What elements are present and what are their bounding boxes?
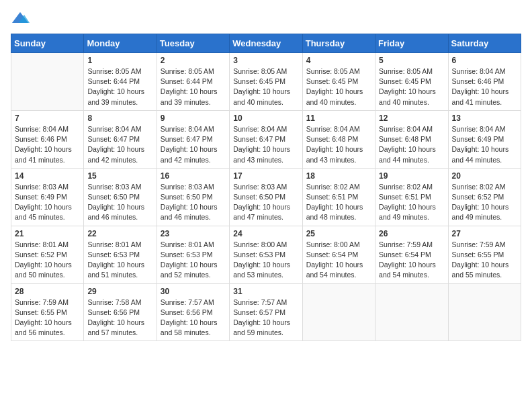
day-number: 30	[161, 287, 226, 296]
day-info: Sunrise: 8:04 AMSunset: 6:48 PMDaylight:…	[379, 124, 444, 165]
page-header	[11, 11, 521, 26]
calendar-cell: 11Sunrise: 8:04 AMSunset: 6:48 PMDayligh…	[302, 110, 375, 168]
day-info: Sunrise: 8:03 AMSunset: 6:49 PMDaylight:…	[15, 182, 80, 223]
calendar-cell: 8Sunrise: 8:04 AMSunset: 6:47 PMDaylight…	[84, 110, 157, 168]
day-info: Sunrise: 7:59 AMSunset: 6:55 PMDaylight:…	[15, 298, 80, 338]
day-info: Sunrise: 8:04 AMSunset: 6:47 PMDaylight:…	[87, 124, 152, 165]
calendar-cell: 4Sunrise: 8:05 AMSunset: 6:45 PMDaylight…	[302, 53, 375, 111]
day-info: Sunrise: 8:00 AMSunset: 6:54 PMDaylight:…	[306, 240, 371, 281]
calendar-week-2: 7Sunrise: 8:04 AMSunset: 6:46 PMDaylight…	[11, 110, 521, 168]
day-info: Sunrise: 8:05 AMSunset: 6:45 PMDaylight:…	[306, 66, 371, 107]
calendar-cell	[11, 53, 84, 111]
day-info: Sunrise: 7:58 AMSunset: 6:56 PMDaylight:…	[87, 298, 152, 338]
day-info: Sunrise: 8:05 AMSunset: 6:45 PMDaylight:…	[233, 66, 298, 107]
day-info: Sunrise: 8:04 AMSunset: 6:47 PMDaylight:…	[161, 124, 226, 165]
day-number: 6	[452, 56, 517, 65]
day-number: 25	[306, 229, 371, 238]
day-number: 14	[15, 171, 80, 181]
day-info: Sunrise: 8:02 AMSunset: 6:51 PMDaylight:…	[379, 182, 444, 223]
calendar-cell: 15Sunrise: 8:03 AMSunset: 6:50 PMDayligh…	[84, 168, 157, 226]
logo	[11, 11, 32, 26]
day-info: Sunrise: 7:59 AMSunset: 6:54 PMDaylight:…	[379, 240, 444, 281]
day-info: Sunrise: 8:03 AMSunset: 6:50 PMDaylight:…	[233, 182, 298, 223]
calendar-cell: 25Sunrise: 8:00 AMSunset: 6:54 PMDayligh…	[302, 226, 375, 283]
calendar-cell	[302, 283, 375, 341]
day-number: 12	[379, 113, 444, 123]
day-info: Sunrise: 8:01 AMSunset: 6:53 PMDaylight:…	[161, 240, 226, 281]
day-info: Sunrise: 8:01 AMSunset: 6:53 PMDaylight:…	[87, 240, 152, 281]
day-number: 2	[161, 56, 226, 65]
calendar-cell: 13Sunrise: 8:04 AMSunset: 6:49 PMDayligh…	[448, 110, 521, 168]
day-info: Sunrise: 8:05 AMSunset: 6:44 PMDaylight:…	[161, 66, 226, 107]
calendar-cell: 5Sunrise: 8:05 AMSunset: 6:45 PMDaylight…	[375, 53, 448, 111]
calendar-cell: 19Sunrise: 8:02 AMSunset: 6:51 PMDayligh…	[375, 168, 448, 226]
calendar-cell: 20Sunrise: 8:02 AMSunset: 6:52 PMDayligh…	[448, 168, 521, 226]
weekday-header-tuesday: Tuesday	[157, 34, 229, 53]
calendar-cell: 12Sunrise: 8:04 AMSunset: 6:48 PMDayligh…	[375, 110, 448, 168]
calendar-cell: 30Sunrise: 7:57 AMSunset: 6:56 PMDayligh…	[157, 283, 229, 341]
calendar-cell: 27Sunrise: 7:59 AMSunset: 6:55 PMDayligh…	[448, 226, 521, 283]
day-info: Sunrise: 8:04 AMSunset: 6:48 PMDaylight:…	[306, 124, 371, 165]
calendar-cell: 10Sunrise: 8:04 AMSunset: 6:47 PMDayligh…	[230, 110, 302, 168]
calendar-table: SundayMondayTuesdayWednesdayThursdayFrid…	[11, 34, 521, 341]
day-info: Sunrise: 8:04 AMSunset: 6:46 PMDaylight:…	[15, 124, 80, 165]
day-number: 1	[87, 56, 152, 65]
weekday-header-thursday: Thursday	[302, 34, 375, 53]
day-number: 10	[233, 113, 298, 123]
calendar-cell: 7Sunrise: 8:04 AMSunset: 6:46 PMDaylight…	[11, 110, 84, 168]
day-info: Sunrise: 7:57 AMSunset: 6:57 PMDaylight:…	[233, 298, 298, 338]
logo-icon	[11, 11, 30, 26]
day-info: Sunrise: 8:03 AMSunset: 6:50 PMDaylight:…	[87, 182, 152, 223]
day-number: 22	[87, 229, 152, 238]
calendar-cell	[448, 283, 521, 341]
day-info: Sunrise: 8:01 AMSunset: 6:52 PMDaylight:…	[15, 240, 80, 281]
day-number: 5	[379, 56, 444, 65]
day-info: Sunrise: 8:05 AMSunset: 6:45 PMDaylight:…	[379, 66, 444, 107]
day-info: Sunrise: 8:00 AMSunset: 6:53 PMDaylight:…	[233, 240, 298, 281]
day-number: 9	[161, 113, 226, 123]
day-number: 16	[161, 171, 226, 181]
weekday-header-wednesday: Wednesday	[230, 34, 302, 53]
calendar-cell: 14Sunrise: 8:03 AMSunset: 6:49 PMDayligh…	[11, 168, 84, 226]
calendar-cell: 1Sunrise: 8:05 AMSunset: 6:44 PMDaylight…	[84, 53, 157, 111]
day-info: Sunrise: 7:57 AMSunset: 6:56 PMDaylight:…	[161, 298, 226, 338]
day-info: Sunrise: 8:04 AMSunset: 6:49 PMDaylight:…	[452, 124, 517, 165]
calendar-cell: 26Sunrise: 7:59 AMSunset: 6:54 PMDayligh…	[375, 226, 448, 283]
day-number: 4	[306, 56, 371, 65]
day-info: Sunrise: 8:04 AMSunset: 6:47 PMDaylight:…	[233, 124, 298, 165]
weekday-header-sunday: Sunday	[11, 34, 84, 53]
day-number: 24	[233, 229, 298, 238]
day-info: Sunrise: 7:59 AMSunset: 6:55 PMDaylight:…	[452, 240, 517, 281]
day-number: 11	[306, 113, 371, 123]
calendar-cell: 6Sunrise: 8:04 AMSunset: 6:46 PMDaylight…	[448, 53, 521, 111]
day-info: Sunrise: 8:03 AMSunset: 6:50 PMDaylight:…	[161, 182, 226, 223]
calendar-cell: 21Sunrise: 8:01 AMSunset: 6:52 PMDayligh…	[11, 226, 84, 283]
calendar-cell: 31Sunrise: 7:57 AMSunset: 6:57 PMDayligh…	[230, 283, 302, 341]
calendar-cell: 3Sunrise: 8:05 AMSunset: 6:45 PMDaylight…	[230, 53, 302, 111]
day-number: 15	[87, 171, 152, 181]
calendar-cell: 23Sunrise: 8:01 AMSunset: 6:53 PMDayligh…	[157, 226, 229, 283]
calendar-week-3: 14Sunrise: 8:03 AMSunset: 6:49 PMDayligh…	[11, 168, 521, 226]
day-info: Sunrise: 8:04 AMSunset: 6:46 PMDaylight:…	[452, 66, 517, 107]
day-info: Sunrise: 8:05 AMSunset: 6:44 PMDaylight:…	[87, 66, 152, 107]
day-number: 7	[15, 113, 80, 123]
calendar-cell: 2Sunrise: 8:05 AMSunset: 6:44 PMDaylight…	[157, 53, 229, 111]
calendar-cell: 22Sunrise: 8:01 AMSunset: 6:53 PMDayligh…	[84, 226, 157, 283]
calendar-cell: 9Sunrise: 8:04 AMSunset: 6:47 PMDaylight…	[157, 110, 229, 168]
day-number: 23	[161, 229, 226, 238]
day-number: 28	[15, 287, 80, 296]
calendar-week-1: 1Sunrise: 8:05 AMSunset: 6:44 PMDaylight…	[11, 53, 521, 111]
calendar-week-4: 21Sunrise: 8:01 AMSunset: 6:52 PMDayligh…	[11, 226, 521, 283]
day-number: 13	[452, 113, 517, 123]
calendar-cell: 28Sunrise: 7:59 AMSunset: 6:55 PMDayligh…	[11, 283, 84, 341]
day-info: Sunrise: 8:02 AMSunset: 6:51 PMDaylight:…	[306, 182, 371, 223]
calendar-cell: 24Sunrise: 8:00 AMSunset: 6:53 PMDayligh…	[230, 226, 302, 283]
day-number: 20	[452, 171, 517, 181]
day-number: 29	[87, 287, 152, 296]
weekday-header-saturday: Saturday	[448, 34, 521, 53]
day-number: 27	[452, 229, 517, 238]
day-number: 26	[379, 229, 444, 238]
weekday-header-monday: Monday	[84, 34, 157, 53]
day-number: 31	[233, 287, 298, 296]
weekday-header-row: SundayMondayTuesdayWednesdayThursdayFrid…	[11, 34, 521, 53]
